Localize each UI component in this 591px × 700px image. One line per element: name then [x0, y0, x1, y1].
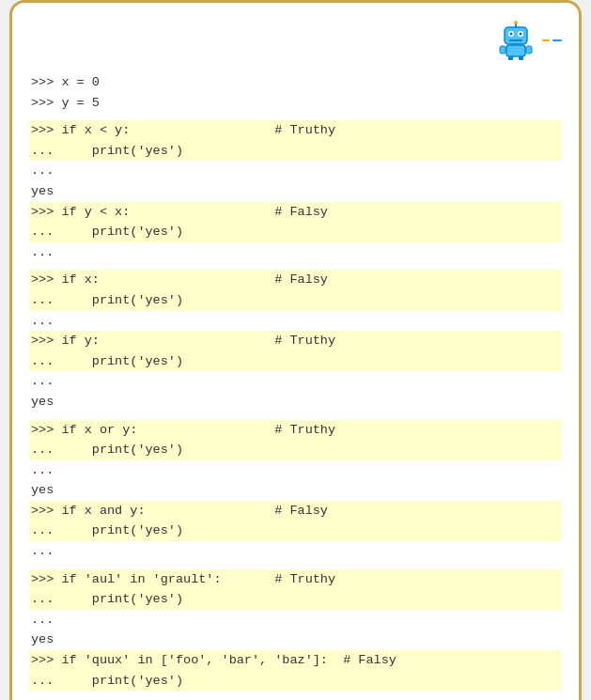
engineering-label	[552, 39, 562, 41]
svg-point-3	[510, 33, 513, 36]
code-line: ... print('yes')	[29, 440, 562, 460]
svg-rect-12	[519, 56, 523, 60]
code-line: ... print('yes')	[29, 141, 562, 162]
code-line: yes	[29, 630, 562, 650]
robot-icon	[495, 20, 537, 61]
code-area: >>> x = 0>>> y = 5>>> if x < y: # Truthy…	[29, 72, 562, 700]
blank-line	[29, 262, 562, 270]
logo-text	[542, 39, 562, 42]
blank-line	[29, 412, 562, 420]
header	[29, 20, 562, 61]
the-label	[542, 39, 550, 41]
code-line: ... print('yes')	[29, 589, 562, 610]
code-line: ... print('yes')	[29, 351, 562, 372]
logo-area	[495, 20, 562, 61]
code-line: ... print('yes')	[29, 290, 562, 311]
code-line: ... print('yes')	[29, 671, 562, 692]
code-line: ...	[29, 691, 562, 700]
code-line: ...	[29, 371, 562, 392]
svg-rect-0	[505, 27, 527, 44]
blank-line	[29, 113, 562, 120]
code-line: >>> if y: # Truthy	[29, 331, 562, 351]
main-card: >>> x = 0>>> y = 5>>> if x < y: # Truthy…	[9, 0, 582, 700]
code-line: >>> if 'aul' in 'grault': # Truthy	[29, 569, 562, 590]
code-line: >>> if 'quux' in ['foo', 'bar', 'baz']: …	[29, 650, 562, 671]
code-line: ...	[29, 311, 562, 332]
code-line: yes	[29, 392, 562, 412]
svg-point-4	[520, 33, 522, 36]
svg-rect-5	[509, 39, 522, 41]
code-line: yes	[29, 480, 562, 501]
svg-rect-9	[500, 46, 505, 54]
code-line: >>> if x < y: # Truthy	[29, 120, 562, 141]
code-line: ... print('yes')	[29, 222, 562, 242]
svg-rect-10	[526, 46, 532, 54]
code-line: ...	[29, 541, 562, 562]
code-line: ...	[29, 242, 562, 263]
svg-rect-8	[506, 45, 525, 56]
code-line: >>> if x and y: # Falsy	[29, 501, 562, 521]
code-line: >>> if y < x: # Falsy	[29, 202, 562, 223]
code-line: ... print('yes')	[29, 521, 562, 541]
code-line: ...	[29, 161, 562, 181]
svg-rect-11	[508, 56, 513, 60]
code-line: >>> y = 5	[29, 93, 562, 114]
logo-name-row	[542, 39, 562, 41]
blank-line	[29, 562, 562, 569]
svg-point-7	[514, 21, 518, 24]
code-line: yes	[29, 181, 562, 202]
code-line: >>> if x or y: # Truthy	[29, 420, 562, 441]
code-line: ...	[29, 610, 562, 630]
code-line: >>> x = 0	[29, 72, 562, 93]
code-line: >>> if x: # Falsy	[29, 270, 562, 290]
code-line: ...	[29, 460, 562, 481]
